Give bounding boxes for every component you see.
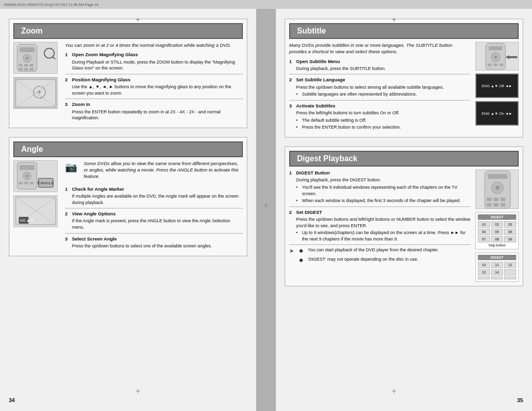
- svg-rect-1: [20, 47, 34, 52]
- angle-text: 📷 Some DVDs allow you to view the same s…: [65, 160, 243, 252]
- svg-line-11: [53, 57, 55, 59]
- angle-screen-img: 4/6 ▲▼: [13, 195, 58, 227]
- angle-remote-svg: ANGLE: [15, 161, 57, 191]
- step-desc-1: During Playback or STILL mode, press the…: [72, 59, 243, 71]
- dig-step-title-2: Set DIGEST: [296, 209, 470, 215]
- digest-section: Digest Playback 1 DIGEST Button During p…: [285, 146, 523, 286]
- digest-cell-13: 13: [478, 269, 490, 275]
- step-num-1: 1: [65, 51, 70, 71]
- cross-top-left: +: [133, 15, 143, 25]
- svg-point-3: [26, 57, 29, 60]
- zoom-step-3: 3 Zoom In Press the ENTER button repeate…: [65, 101, 243, 121]
- angle-remote-img: ANGLE: [13, 160, 58, 192]
- angle-step-desc-1: If multiple Angles are available on the …: [72, 193, 243, 206]
- svg-rect-51: [500, 203, 505, 206]
- dig-step-title-1: DIGEST Button: [296, 170, 470, 176]
- svg-rect-4: [19, 64, 23, 67]
- angle-title: Angle: [13, 141, 243, 157]
- zoom-intro: You can zoom in at 2 or 4 times the norm…: [65, 42, 243, 48]
- zoom-images: [13, 42, 60, 124]
- dig-step-content-1: DIGEST Button During playback, press the…: [296, 170, 470, 204]
- sub-bullet-2a: The default subtitle setting is Off.: [296, 117, 470, 124]
- digest-note-diamonds: ◆ You can start playback of the DVD play…: [299, 247, 439, 264]
- cross-bottom-left: +: [133, 386, 143, 396]
- digest-cell-10: 10: [478, 262, 490, 268]
- svg-rect-41: [509, 56, 517, 58]
- subtitle-on-text: ENG ▲▼ On ◄►: [482, 111, 512, 116]
- svg-rect-37: [488, 64, 492, 66]
- zoom-content: You can zoom in at 2 or 4 times the norm…: [13, 42, 243, 124]
- dig-step-desc-2: Press the up/down buttons and left/right…: [296, 216, 470, 229]
- sub-bullet-1: Subtitle languages are often represented…: [296, 91, 470, 98]
- svg-marker-40: [505, 55, 509, 59]
- angle-step-2: 2 View Angle Options If the Angle mark i…: [65, 210, 243, 230]
- digest-grid-2: 10 11 12 13 14: [478, 262, 516, 279]
- digest-cell-09: 09: [504, 236, 516, 242]
- subtitle-title: Subtitle: [289, 23, 519, 39]
- digest-text: 1 DIGEST Button During playback, press t…: [289, 170, 470, 282]
- dig-step-num-2: 2: [289, 209, 294, 242]
- digest-note-text-1: You can start playback of the DVD player…: [308, 247, 439, 254]
- digest-cell-12: 12: [504, 262, 516, 268]
- digest-images: DIGEST 01 02 03 04 05 06 07 08 09 Sk: [475, 170, 519, 282]
- zoom-step-1: 1 Open Zoom Magnifying Glass During Play…: [65, 51, 243, 71]
- step-content-2: Position Magnifying Glass Use the ▲, ▼, …: [72, 76, 243, 96]
- angle-step-num-3: 3: [65, 236, 70, 249]
- zoom-title: Zoom: [13, 23, 243, 39]
- step-num-3: 3: [65, 101, 70, 121]
- digest-cell-11: 11: [491, 262, 503, 268]
- zoom-screen-svg: [15, 78, 57, 108]
- dig-step-num-1: 1: [289, 170, 294, 204]
- digest-remote: [475, 170, 519, 209]
- page-right: Subtitle Many DVDs provide subtitles in …: [276, 9, 532, 411]
- digest-cell-empty-1: [504, 269, 516, 275]
- svg-point-45: [496, 186, 499, 190]
- sub-step-title-2: Set Subtitle Language: [296, 76, 470, 83]
- dig-bullet-1b: When each window is displayed, the first…: [296, 198, 470, 204]
- subtitle-step-2: 2 Set Subtitle Language Press the up/dow…: [289, 76, 470, 97]
- svg-rect-39: [499, 64, 503, 66]
- digest-cell-07: 07: [478, 236, 490, 242]
- digest-cell-08: 08: [491, 236, 503, 242]
- svg-rect-49: [487, 203, 492, 206]
- svg-rect-6: [30, 64, 33, 67]
- dig-bullet-2a: Up to 9 windows(chapters) can be display…: [296, 230, 470, 242]
- zoom-text: You can zoom in at 2 or 4 times the norm…: [65, 42, 243, 124]
- svg-rect-48: [500, 198, 505, 201]
- cross-bottom-right: +: [389, 386, 399, 396]
- digest-step-2: 2 Set DIGEST Press the up/down buttons a…: [289, 209, 470, 242]
- digest-grid-title-1: DIGEST: [478, 214, 516, 220]
- sub-step-num-2: 2: [289, 76, 294, 97]
- digest-title: Digest Playback: [289, 151, 519, 167]
- page-num-left: 34: [9, 397, 15, 403]
- step-content-1: Open Zoom Magnifying Glass During Playba…: [72, 51, 243, 71]
- digest-content: 1 DIGEST Button During playback, press t…: [289, 170, 519, 282]
- svg-rect-22: [19, 182, 23, 184]
- note-diamond-2: ◆ 'DIGEST' may not operate depending on …: [299, 256, 439, 264]
- cross-top-right: +: [389, 15, 399, 25]
- remote-svg-1: [15, 43, 57, 73]
- arrow-icon-1: ➤: [289, 247, 296, 264]
- page-container: 00090A DVD-V85K/XTC-Eng3 9/17/02 11:36 A…: [0, 0, 532, 411]
- angle-step-title-2: View Angle Options: [72, 210, 243, 217]
- svg-rect-23: [24, 182, 28, 184]
- digest-cell-empty-2: [478, 276, 490, 279]
- step-content-3: Zoom In Press the ENTER button repeatedl…: [72, 101, 243, 121]
- subtitle-off-text: ENG ▲▼ Off ◄►: [482, 84, 512, 88]
- digest-cell-04: 04: [478, 229, 490, 235]
- angle-step-1: 1 Check for Angle Marker If multiple Ang…: [65, 186, 243, 206]
- digest-cell-01: 01: [478, 221, 490, 228]
- sub-step-title-1: Open Subtitle Menu: [296, 58, 470, 65]
- angle-step-content-3: Select Screen Angle Press the up/down bu…: [72, 236, 243, 249]
- angle-screen-svg: 4/6 ▲▼: [15, 196, 57, 226]
- sub-step-desc-3: Press the left/right buttons to turn sub…: [296, 110, 470, 116]
- subtitle-step-1: 1 Open Subtitle Menu During playback, pr…: [289, 58, 470, 72]
- digest-note-1: ➤ ◆ You can start playback of the DVD pl…: [289, 247, 470, 264]
- angle-step-desc-2: If the Angle mark is present, press the …: [72, 218, 243, 230]
- angle-step-content-2: View Angle Options If the Angle mark is …: [72, 210, 243, 230]
- angle-step-content-1: Check for Angle Marker If multiple Angle…: [72, 186, 243, 206]
- digest-cell-03: 03: [504, 221, 516, 228]
- svg-rect-7: [19, 68, 23, 70]
- digest-skip-label: Skip button: [478, 243, 516, 247]
- digest-cell-14: 14: [491, 269, 503, 275]
